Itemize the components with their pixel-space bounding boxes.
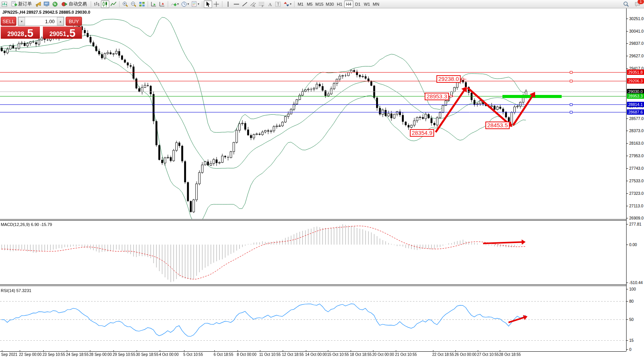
time-tick-label: 22 Oct 18:55: [432, 352, 454, 357]
price-axis[interactable]: 30251.030041.029837.029627.029417.028787…: [626, 8, 644, 351]
time-tick-label: 28 Oct 18:55: [499, 352, 521, 357]
time-tick: [2, 350, 2, 351]
vertical-line-icon: [225, 1, 231, 7]
price-annotation[interactable]: 29238.0: [436, 75, 461, 83]
time-tick: [373, 350, 373, 351]
text-button[interactable]: A: [266, 0, 274, 8]
timeframe-d1[interactable]: D1: [353, 0, 362, 8]
separator: [202, 1, 202, 7]
sell-button[interactable]: SELL: [1, 17, 16, 26]
separator: [294, 1, 294, 7]
candlestick-chart-button[interactable]: [101, 0, 109, 8]
buy-button[interactable]: BUY: [66, 17, 82, 26]
notifications-button[interactable]: 1: [633, 0, 642, 8]
main-chart-canvas[interactable]: [0, 8, 626, 219]
chevron-down-icon: ▾: [177, 2, 179, 6]
price-annotation[interactable]: 28953.3: [425, 93, 449, 100]
price-annotation[interactable]: 28354.9: [410, 129, 434, 137]
arrows-button[interactable]: ▾: [282, 0, 293, 8]
fibonacci-icon: F: [258, 1, 265, 7]
periods-button[interactable]: ▾: [180, 0, 190, 8]
axis-tick-label: 29627.0: [629, 54, 644, 58]
bar-chart-icon: [94, 1, 100, 7]
time-tick: [455, 350, 456, 351]
axis-tick: [627, 224, 628, 224]
templates-button[interactable]: ▾: [190, 0, 200, 8]
axis-tick: [627, 319, 628, 320]
chart-shift-button[interactable]: [158, 0, 166, 8]
window-icon[interactable]: [0, 0, 9, 8]
time-tick-label: 27 Oct 10:55: [477, 352, 499, 357]
separator: [91, 1, 91, 7]
bar-chart-button[interactable]: [93, 0, 101, 8]
new-order-button[interactable]: 新订单: [9, 0, 34, 8]
timeframe-group: M1M5M15M30H1H4D1W1MN: [296, 0, 381, 8]
time-tick: [238, 350, 238, 351]
text-label-button[interactable]: T: [274, 0, 282, 8]
horizontal-line-icon: [233, 1, 239, 7]
one-click-trading-panel: SELL ▼ 1.00 ▲ BUY 29028.5 29051.5: [1, 17, 82, 39]
time-tick-label: 24 Sep 18:55: [66, 352, 89, 357]
indicators-button[interactable]: ▾: [170, 0, 180, 8]
channel-button[interactable]: E: [249, 0, 257, 8]
axis-tick-label: 28577.0: [629, 116, 644, 121]
axis-tick: [627, 156, 628, 156]
axis-tick: [627, 218, 628, 218]
time-tick-label: 22 Sep 00:00: [19, 352, 42, 357]
trendline-button[interactable]: [241, 0, 249, 8]
axis-tick: [627, 283, 628, 283]
chart-window-icon: [2, 1, 8, 7]
time-tick-label: 6 Oct 18:55: [214, 352, 233, 357]
horizontal-line-button[interactable]: [232, 0, 241, 8]
pane-separator[interactable]: [0, 284, 626, 286]
timeframe-mn[interactable]: MN: [372, 0, 381, 8]
rsi-pane-canvas[interactable]: [0, 286, 626, 351]
volume-up-button[interactable]: ▲: [57, 17, 64, 25]
search-icon: [623, 1, 629, 7]
timeframe-h1[interactable]: H1: [335, 0, 344, 8]
price-level-badge: 29206.3: [627, 78, 644, 84]
buy-price-display[interactable]: 29051.5: [43, 27, 82, 39]
cursor-button[interactable]: [204, 0, 212, 8]
pane-separator[interactable]: [0, 219, 626, 221]
price-annotation[interactable]: 28453.5: [485, 122, 510, 129]
axis-tick: [627, 19, 628, 19]
axis-tick: [627, 193, 628, 194]
zoom-out-button[interactable]: [129, 0, 138, 8]
new-order-icon: [11, 1, 17, 7]
macd-pane-canvas[interactable]: [0, 221, 626, 284]
sell-price-display[interactable]: 29028.5: [1, 27, 40, 39]
axis-tick: [627, 168, 628, 169]
price-level-badge: 28953.3: [627, 93, 644, 99]
search-button[interactable]: [622, 0, 630, 8]
time-tick: [20, 350, 20, 351]
axis-tick-label: 100: [629, 287, 636, 291]
auto-trading-button[interactable]: 自动交易: [59, 0, 89, 8]
time-tick-label: 29 Sep 10:55: [113, 352, 135, 357]
terminal-button[interactable]: [43, 0, 51, 8]
strategy-tester-button[interactable]: [51, 0, 59, 8]
fibonacci-button[interactable]: F: [257, 0, 266, 8]
volume-stepper: ▼ 1.00 ▲: [18, 17, 64, 26]
timeframe-m30[interactable]: M30: [324, 0, 335, 8]
sell-price-int: 29028: [7, 30, 24, 38]
timeframe-h4[interactable]: H4: [344, 0, 353, 8]
tile-windows-button[interactable]: [138, 0, 146, 8]
timeframe-m5[interactable]: M5: [305, 0, 314, 8]
buy-price-int: 29051: [49, 30, 66, 38]
volume-down-button[interactable]: ▼: [18, 17, 25, 25]
line-chart-button[interactable]: [109, 0, 118, 8]
market-watch-button[interactable]: [34, 0, 43, 8]
timeframe-w1[interactable]: W1: [362, 0, 372, 8]
axis-tick: [627, 289, 628, 289]
timeframe-m1[interactable]: M1: [296, 0, 305, 8]
time-tick: [306, 350, 306, 351]
crosshair-button[interactable]: [212, 0, 220, 8]
axis-tick-label: 30251.0: [629, 16, 644, 21]
axis-tick: [627, 31, 628, 32]
volume-value[interactable]: 1.00: [25, 17, 57, 25]
zoom-in-button[interactable]: [121, 0, 129, 8]
timeframe-m15[interactable]: M15: [314, 0, 324, 8]
auto-scroll-button[interactable]: [150, 0, 158, 8]
vertical-line-button[interactable]: [224, 0, 232, 8]
